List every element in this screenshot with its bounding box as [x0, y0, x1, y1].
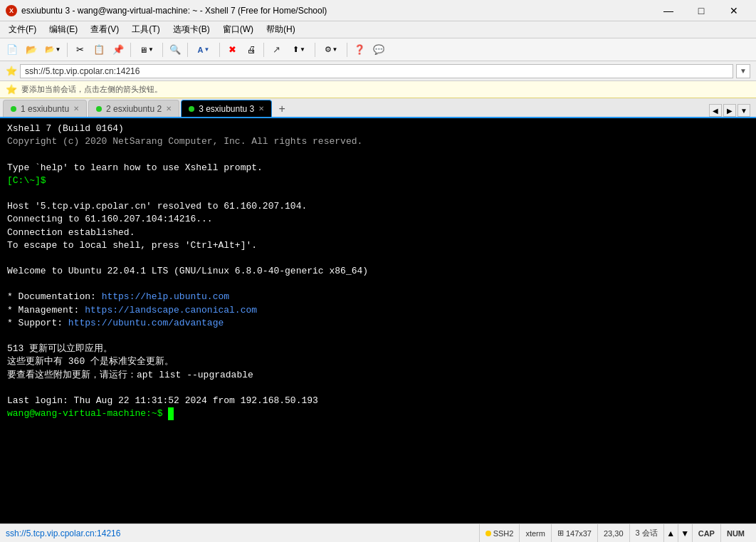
toolbar-sep-7	[315, 43, 315, 57]
tb-compose[interactable]: ↗	[267, 41, 285, 59]
term-line-12: Welcome to Ubuntu 22.04.1 LTS (GNU/Linux…	[7, 265, 749, 278]
term-line-9: Connection established.	[7, 226, 749, 239]
terminal[interactable]: Xshell 7 (Build 0164) Copyright (c) 2020…	[0, 118, 756, 523]
address-dropdown[interactable]: ▼	[736, 64, 750, 78]
tb-new-session[interactable]: 📄	[3, 41, 21, 59]
tb-red-x[interactable]: ✖	[223, 41, 241, 59]
num-label: NUM	[727, 529, 745, 538]
tb-chat[interactable]: 💬	[369, 41, 388, 59]
status-ssh: SSH2	[479, 524, 520, 543]
status-position: 23,30	[597, 524, 629, 543]
tab-next-button[interactable]: ▶	[723, 104, 736, 117]
infobar: ⭐ 要添加当前会话，点击左侧的箭头按钮。	[0, 81, 756, 98]
address-input[interactable]	[20, 64, 733, 78]
toolbar-sep-1	[67, 43, 68, 57]
tb-copy[interactable]: 📋	[90, 41, 108, 59]
term-line-5: [C:\~]$	[7, 174, 749, 187]
titlebar: X esxiubuntu 3 - wang@wang-virtual-machi…	[0, 0, 756, 21]
scroll-up-button[interactable]: ▲	[663, 524, 678, 543]
tab1-label: 1 esxiubuntu	[21, 104, 69, 114]
tb-scripts[interactable]: ⚙▼	[318, 41, 344, 59]
tab-menu-button[interactable]: ▼	[737, 104, 750, 117]
maximize-button[interactable]: □	[685, 0, 718, 21]
menu-help[interactable]: 帮助(H)	[261, 22, 301, 38]
menu-window[interactable]: 窗口(W)	[217, 22, 259, 38]
app-icon: X	[6, 5, 17, 16]
status-address: ssh://5.tcp.vip.cpolar.cn:14216	[6, 528, 120, 538]
toolbar-sep-5	[219, 43, 220, 57]
tb-find[interactable]: 🔍	[166, 41, 184, 59]
tb-connect[interactable]: 🖥▼	[134, 41, 159, 59]
toolbar-sep-4	[187, 43, 188, 57]
tab2-close[interactable]: ✕	[166, 105, 172, 113]
toolbar-sep-3	[162, 43, 163, 57]
tab3-label: 3 esxiubuntu 3	[199, 104, 254, 114]
tab2-dot	[96, 106, 102, 112]
tb-open-dropdown[interactable]: 📂▼	[41, 41, 64, 59]
tb-compose2[interactable]: ⬆▼	[286, 41, 312, 59]
size-icon: ⊞	[557, 528, 564, 538]
tab3-close[interactable]: ✕	[258, 105, 264, 113]
statusbar: ssh://5.tcp.vip.cpolar.cn:14216 SSH2 xte…	[0, 523, 756, 542]
term-line-15: * Management: https://landscape.canonica…	[7, 304, 749, 317]
term-line-13	[7, 278, 749, 291]
tab-esxiubuntu1[interactable]: 1 esxiubuntu ✕	[3, 100, 87, 117]
term-line-17	[7, 330, 749, 343]
status-dot	[485, 531, 491, 536]
term-line-22: Last login: Thu Aug 22 11:31:52 2024 fro…	[7, 395, 749, 407]
status-sessions: 3 会话	[629, 524, 663, 543]
window-title: esxiubuntu 3 - wang@wang-virtual-machine…	[21, 6, 327, 16]
tb-color[interactable]: A▼	[191, 41, 216, 59]
menubar: 文件(F) 编辑(E) 查看(V) 工具(T) 选项卡(B) 窗口(W) 帮助(…	[0, 21, 756, 38]
tab1-close[interactable]: ✕	[73, 105, 79, 113]
tab-esxiubuntu3[interactable]: 3 esxiubuntu 3 ✕	[181, 100, 272, 117]
window-controls: — □ ✕	[652, 0, 750, 21]
status-size-label: 147x37	[566, 529, 592, 538]
menu-file[interactable]: 文件(F)	[3, 22, 42, 38]
infobar-text: 要添加当前会话，点击左侧的箭头按钮。	[21, 84, 162, 95]
term-line-23: wang@wang-virtual-machine:~$	[7, 407, 749, 420]
status-left: ssh://5.tcp.vip.cpolar.cn:14216	[6, 528, 479, 538]
term-line-16: * Support: https://ubuntu.com/advantage	[7, 317, 749, 330]
menu-view[interactable]: 查看(V)	[85, 22, 125, 38]
menu-tools[interactable]: 工具(T)	[126, 22, 165, 38]
status-position-label: 23,30	[604, 529, 624, 538]
tab2-label: 2 esxiubuntu 2	[106, 104, 162, 114]
tb-help[interactable]: ❓	[350, 41, 369, 59]
info-star-icon: ⭐	[6, 84, 17, 95]
tb-open[interactable]: 📂	[22, 41, 41, 59]
status-size: ⊞ 147x37	[551, 524, 597, 543]
term-line-14: * Documentation: https://help.ubuntu.com	[7, 291, 749, 303]
tab-navigation: ◀ ▶ ▼	[709, 104, 753, 117]
tb-print[interactable]: 🖨	[242, 41, 261, 59]
tab3-dot	[189, 106, 194, 112]
toolbar-sep-2	[130, 43, 131, 57]
term-line-19: 这些更新中有 360 个是标准安全更新。	[7, 355, 749, 368]
term-line-2: Copyright (c) 2020 NetSarang Computer, I…	[7, 135, 749, 148]
menu-tabs[interactable]: 选项卡(B)	[167, 22, 216, 38]
tb-paste[interactable]: 📌	[109, 41, 127, 59]
close-button[interactable]: ✕	[718, 0, 750, 21]
term-line-21	[7, 382, 749, 395]
toolbar: 📄 📂 📂▼ ✂ 📋 📌 🖥▼ 🔍 A▼ ✖ 🖨 ↗ ⬆▼ ⚙▼ ❓ 💬	[0, 38, 756, 61]
tab-add-button[interactable]: +	[273, 101, 290, 117]
term-line-4: Type `help' to learn how to use Xshell p…	[7, 162, 749, 174]
status-terminal: xterm	[519, 524, 551, 543]
tab-prev-button[interactable]: ◀	[709, 104, 722, 117]
status-num: NUM	[720, 524, 750, 543]
tb-cut[interactable]: ✂	[70, 41, 89, 59]
status-terminal-label: xterm	[525, 529, 545, 538]
tab-esxiubuntu2[interactable]: 2 esxiubuntu 2 ✕	[88, 100, 179, 117]
status-cap: CAP	[692, 524, 720, 543]
minimize-button[interactable]: —	[652, 0, 685, 21]
status-ssh-label: SSH2	[493, 529, 514, 538]
menu-edit[interactable]: 编辑(E)	[43, 22, 83, 38]
cap-label: CAP	[698, 529, 715, 538]
status-sessions-label: 3 会话	[636, 528, 658, 538]
scroll-down-button[interactable]: ▼	[678, 524, 692, 543]
toolbar-sep-6	[263, 43, 264, 57]
term-line-1: Xshell 7 (Build 0164)	[7, 123, 749, 135]
term-line-8: Connecting to 61.160.207.104:14216...	[7, 213, 749, 226]
terminal-content: Xshell 7 (Build 0164) Copyright (c) 2020…	[7, 123, 749, 519]
term-line-7: Host '5.tcp.vip.cpolar.cn' resolved to 6…	[7, 200, 749, 213]
